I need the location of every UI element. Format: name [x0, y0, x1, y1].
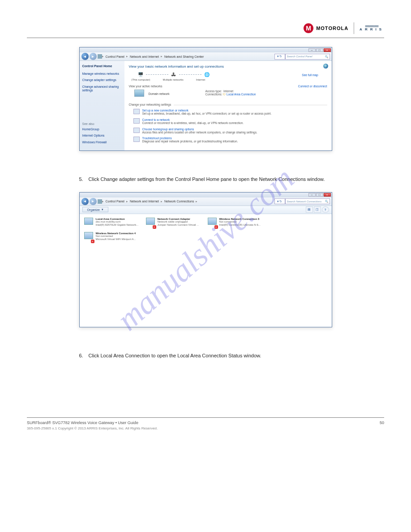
view-mode-button[interactable]: ▤	[306, 206, 313, 213]
content-area: ? View your basic network information an…	[124, 61, 332, 150]
instruction-step-6: 6. Click Local Area Connection to open t…	[79, 352, 332, 359]
connection-item[interactable]: × Wireless Network Connection 3 Not conn…	[208, 218, 266, 228]
search-input[interactable]: Search Control Panel 🔍	[285, 54, 330, 60]
option-title[interactable]: Troubleshoot problems	[142, 137, 238, 140]
chevron-down-icon: ▾	[102, 208, 103, 211]
setup-icon	[133, 109, 140, 114]
forward-button[interactable]: ►	[90, 53, 97, 60]
back-button[interactable]: ◄	[81, 53, 89, 60]
close-button[interactable]: ×	[324, 48, 331, 52]
arris-logo: ═══ ARRIS	[360, 25, 384, 32]
help-icon[interactable]: ?	[322, 206, 329, 213]
disabled-icon: ×	[214, 225, 218, 229]
maximize-button[interactable]: □	[316, 48, 323, 52]
breadcrumb-item[interactable]: Control Panel	[106, 55, 124, 58]
window-network-sharing-center: ─ □ × ◄ ► ▸ Control Panel ▸ Network and …	[79, 47, 332, 151]
breadcrumb[interactable]: ▸ Control Panel ▸ Network and Internet ▸…	[102, 55, 273, 58]
refresh-button[interactable]: ▾ ↻	[274, 198, 285, 204]
link-change-advanced-sharing[interactable]: Change advanced sharing settings	[82, 85, 122, 93]
address-bar: ◄ ► ▸ Control Panel ▸ Network and Intern…	[80, 52, 332, 61]
search-input[interactable]: Search Network Connections 🔍	[285, 198, 330, 204]
close-button[interactable]: ×	[324, 193, 331, 197]
internet-icon: 🌐	[203, 71, 210, 77]
header-rule	[27, 38, 384, 38]
minimize-button[interactable]: ─	[308, 193, 316, 197]
link-see-full-map[interactable]: See full map	[302, 73, 318, 77]
organize-button[interactable]: Organize ▾	[82, 207, 108, 212]
footer: SURFboard® SVG7782 Wireless Voice Gatewa…	[27, 420, 384, 425]
computer-icon: 🖥️	[137, 71, 144, 77]
location-icon	[98, 54, 102, 59]
option-troubleshoot[interactable]: Troubleshoot problems Diagnose and repai…	[133, 137, 327, 143]
map-label: (This computer)	[132, 78, 150, 81]
search-icon: 🔍	[325, 55, 328, 58]
preview-pane-button[interactable]: ◫	[314, 206, 321, 213]
see-also-heading: See also	[82, 122, 122, 125]
homegroup-icon	[133, 128, 140, 133]
motorola-wordmark: MOTOROLA	[316, 26, 348, 31]
arris-wordmark: ARRIS	[360, 27, 384, 31]
map-labels: (This computer) Multiple networks Intern…	[132, 78, 327, 81]
breadcrumb[interactable]: ▸ Control Panel ▸ Network and Internet ▸…	[102, 200, 273, 203]
step-number: 5.	[79, 176, 87, 183]
titlebar: ─ □ ×	[80, 47, 332, 52]
window-network-connections: ─ □ × ◄ ► ▸ Control Panel ▸ Network and …	[79, 192, 332, 327]
option-desc: Set up a wireless, broadband, dial-up, a…	[142, 112, 272, 116]
connection-info: Access type: Internet Connections: 🛡 Loc…	[205, 90, 256, 96]
breadcrumb-item[interactable]: Network and Internet	[130, 55, 159, 58]
breadcrumb-sep: ▸	[126, 55, 128, 58]
link-connect-disconnect[interactable]: Connect or disconnect	[298, 85, 327, 88]
option-setup-connection[interactable]: Set up a new connection or network Set u…	[133, 109, 327, 116]
refresh-button[interactable]: ▾ ↻	[274, 54, 285, 60]
footer-copyright: 365-095-25865 x.1 Copyright © 2013 ARRIS…	[27, 426, 384, 430]
option-title[interactable]: Choose homegroup and sharing options	[142, 128, 257, 131]
connection-item[interactable]: × Network Connect Adapter Network cable …	[146, 218, 204, 228]
connection-item[interactable]: Local Area Connection dss.mot-mobility.c…	[84, 218, 142, 228]
logo-divider	[354, 22, 354, 34]
troubleshoot-icon	[133, 137, 140, 142]
toolbar: Organize ▾ ▤ ◫ ?	[80, 206, 332, 214]
back-button[interactable]: ◄	[81, 198, 89, 205]
titlebar: ─ □ ×	[80, 193, 332, 197]
link-windows-firewall[interactable]: Windows Firewall	[82, 141, 122, 144]
minimize-button[interactable]: ─	[308, 48, 316, 52]
map-label: Internet	[196, 78, 205, 81]
adapter-icon	[84, 218, 94, 228]
connection-device: Intel(R) Centrino(R) Ultimate-N 6...	[219, 223, 261, 227]
page-number: 50	[380, 420, 384, 425]
link-internet-options[interactable]: Internet Options	[82, 134, 122, 137]
breadcrumb-item[interactable]: Network Connections	[164, 200, 194, 203]
breadcrumb-item[interactable]: Network and Internet	[130, 200, 159, 203]
connection-device: Juniper Network Connect Virtual ...	[158, 223, 199, 227]
location-icon	[98, 199, 102, 204]
option-title[interactable]: Connect to a network	[142, 118, 244, 121]
connection-device: Intel(R) 82579LM Gigabit Network...	[96, 223, 139, 227]
domain-network-icon	[134, 90, 144, 97]
breadcrumb-item[interactable]: Control Panel	[106, 200, 124, 203]
option-connect-network[interactable]: Connect to a network Connect or reconnec…	[133, 118, 327, 125]
option-homegroup[interactable]: Choose homegroup and sharing options Acc…	[133, 128, 327, 134]
breadcrumb-sep: ▸	[126, 200, 128, 203]
forward-button[interactable]: ►	[90, 198, 97, 205]
footer-title: SURFboard® SVG7782 Wireless Voice Gatewa…	[27, 420, 138, 425]
search-placeholder: Search Network Connections	[287, 200, 322, 203]
step-text: Click Local Area Connection to open the …	[89, 353, 261, 358]
connection-name: Local Area Connection	[96, 218, 139, 221]
connection-item[interactable]: × Wireless Network Connection 4 Not conn…	[84, 232, 142, 243]
network-map: 🖥️ 🖧 🌐	[137, 71, 327, 77]
breadcrumb-sep: ▸	[161, 200, 163, 203]
option-desc: Access files and printers located on oth…	[142, 131, 257, 134]
option-title[interactable]: Set up a new connection or network	[142, 109, 272, 112]
connection-status: Network cable unplugged	[158, 220, 199, 223]
breadcrumb-item[interactable]: Network and Sharing Center	[164, 55, 204, 58]
link-manage-wireless[interactable]: Manage wireless networks	[82, 72, 122, 76]
link-local-area-connection[interactable]: Local Area Connection	[227, 93, 256, 96]
link-homegroup[interactable]: HomeGroup	[82, 128, 122, 131]
control-panel-home[interactable]: Control Panel Home	[82, 64, 122, 68]
motorola-icon: M	[304, 23, 313, 33]
maximize-button[interactable]: □	[316, 193, 323, 197]
help-icon[interactable]: ?	[323, 64, 328, 69]
connection-status: Not connected	[96, 235, 136, 238]
link-change-adapter[interactable]: Change adapter settings	[82, 78, 122, 82]
step-number: 6.	[79, 352, 87, 359]
